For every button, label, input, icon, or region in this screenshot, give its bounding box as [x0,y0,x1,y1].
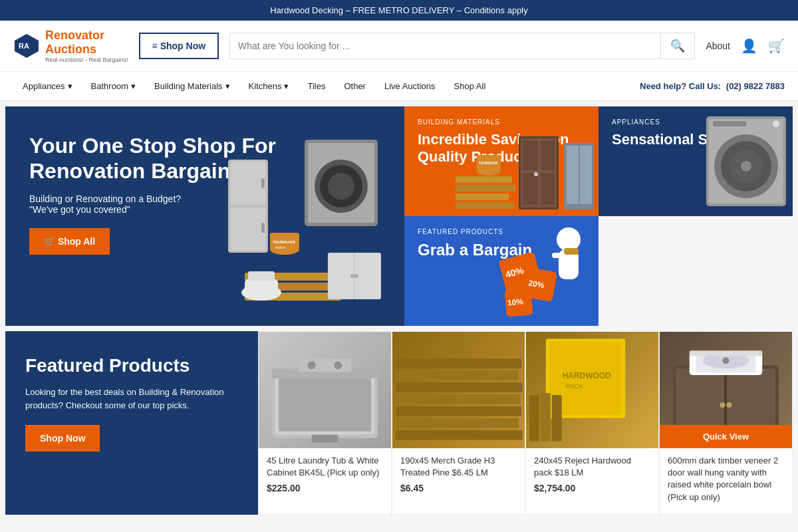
product-name-pine: 190x45 Merch Grade H3 Treated Pine $6.45… [400,455,517,479]
svg-rect-20 [245,279,278,296]
svg-rect-8 [230,162,266,205]
product-card-laundry-tub: 45 Litre Laundry Tub & White Cabinet BK4… [258,331,392,515]
product-image-hardwood: HARDWOOD PACK [526,332,658,448]
hero-bargain-banner[interactable]: Featured Products Grab a Bargain 40% 20%… [404,216,598,326]
product-info-pine: 190x45 Merch Grade H3 Treated Pine $6.45… [392,448,525,514]
svg-text:RA: RA [19,42,29,50]
about-link[interactable]: About [706,41,730,51]
svg-rect-74 [396,406,521,416]
hero-products-collage: TAUBMANS endure [225,120,398,319]
help-text: Need help? Call Us: [640,81,721,91]
shop-all-label: 🛒 Shop All [44,236,95,247]
nav-item-shop-all[interactable]: Shop All [445,72,495,100]
logo-tagline: Real Auctions! - Real Bargains! [45,57,128,63]
nav-help: Need help? Call Us: (02) 9822 7883 [640,81,785,91]
featured-shop-now-button[interactable]: Shop Now [25,425,100,452]
product-image-vanity: Quick View [660,332,792,448]
svg-rect-49 [713,121,746,126]
svg-text:TAUBMANS: TAUBMANS [273,240,295,244]
featured-shop-now-label: Shop Now [40,433,85,444]
svg-rect-33 [456,176,512,183]
svg-rect-70 [396,358,521,368]
product-card-vanity: Quick View 600mm dark timber veneer 2 do… [659,331,793,515]
featured-products-section: Featured Products Looking for the best d… [5,331,793,515]
nav-item-tiles[interactable]: Tiles [298,72,334,100]
chevron-down-icon: ▾ [131,81,136,91]
product-name-vanity: 600mm dark timber veneer 2 door wall hun… [668,455,784,503]
product-info-vanity: 600mm dark timber veneer 2 door wall hun… [660,448,792,514]
svg-rect-73 [396,394,520,404]
product-price-laundry-tub: $225.00 [267,483,383,493]
products-svg: TAUBMANS endure [225,120,398,319]
building-img: TAUBMANS [452,130,598,216]
svg-rect-71 [396,370,518,380]
search-bar: 🔍 [229,33,695,59]
svg-rect-21 [248,271,275,281]
svg-rect-36 [456,202,514,209]
search-input[interactable] [230,33,660,59]
svg-rect-35 [456,194,509,200]
svg-rect-72 [396,382,523,392]
svg-rect-38 [567,146,579,204]
bargain-img: 40% 20% 10% [492,216,598,326]
svg-rect-11 [261,223,265,233]
product-image-laundry-tub [259,332,391,448]
svg-point-51 [557,227,581,251]
svg-point-50 [773,120,779,127]
shop-now-button[interactable]: ≡ Shop Now [139,33,219,59]
svg-rect-9 [230,207,266,251]
svg-point-6 [328,173,354,200]
svg-rect-94 [690,350,762,356]
logo-text: Renovator Auctions Real Auctions! - Real… [45,29,128,63]
svg-point-67 [308,361,316,369]
logo[interactable]: RA Renovator Auctions Real Auctions! - R… [13,29,128,63]
building-category-label: Building Materials [418,118,585,126]
navigation: Appliances ▾ Bathroom ▾ Building Materia… [0,72,798,101]
hero-main-banner: Your One Stop Shop For Renovation Bargai… [5,106,404,326]
svg-rect-76 [396,430,523,440]
svg-rect-83 [552,395,562,442]
svg-rect-31 [541,173,555,205]
appliances-svg [700,106,793,213]
svg-point-89 [726,402,732,408]
nav-item-kitchens[interactable]: Kitchens ▾ [239,72,299,100]
nav-item-appliances[interactable]: Appliances ▾ [13,72,82,100]
hero-appliances-banner[interactable]: Appliances Sensational Savings [598,106,793,216]
logo-icon: RA [13,33,40,59]
cart-icon[interactable]: 🛒 [768,38,785,54]
nav-item-bathroom[interactable]: Bathroom ▾ [82,72,145,100]
nav-item-building-materials[interactable]: Building Materials ▾ [145,72,239,100]
svg-rect-55 [564,248,579,255]
svg-rect-30 [523,173,538,205]
nav-item-other[interactable]: Other [334,72,375,100]
nav-item-live-auctions[interactable]: Live Auctions [375,72,445,100]
hero-building-banner[interactable]: Building Materials Incredible Savings on… [404,106,598,216]
top-banner: Hardwood Decking – FREE METRO DELIVERY –… [0,0,798,21]
user-icon[interactable]: 👤 [741,38,757,54]
product-card-pine: 190x45 Merch Grade H3 Treated Pine $6.45… [392,331,525,515]
svg-point-24 [350,274,354,278]
product-name-laundry-tub: 45 Litre Laundry Tub & White Cabinet BK4… [267,455,383,479]
svg-text:10%: 10% [507,297,523,307]
svg-point-68 [334,361,342,369]
shop-all-button[interactable]: 🛒 Shop All [29,228,110,255]
svg-rect-28 [523,140,538,170]
svg-text:TAUBMANS: TAUBMANS [479,161,498,165]
hardwood-svg: HARDWOOD PACK [526,332,658,448]
banner-text: Hardwood Decking – FREE METRO DELIVERY –… [270,5,528,15]
svg-rect-53 [552,253,565,258]
svg-rect-75 [396,418,519,428]
svg-point-32 [534,172,538,176]
bargain-svg: 40% 20% 10% [492,216,598,326]
svg-rect-39 [580,146,592,204]
appliances-img [700,106,793,213]
header: RA Renovator Auctions Real Auctions! - R… [0,21,798,72]
pine-svg [392,332,525,448]
quick-view-button[interactable]: Quick View [660,425,792,448]
svg-text:endure: endure [275,245,286,249]
nav-items: Appliances ▾ Bathroom ▾ Building Materia… [13,72,495,100]
chevron-down-icon: ▾ [284,81,289,91]
search-button[interactable]: 🔍 [660,33,694,59]
product-price-hardwood: $2,754.00 [534,483,650,493]
svg-point-25 [354,274,358,278]
